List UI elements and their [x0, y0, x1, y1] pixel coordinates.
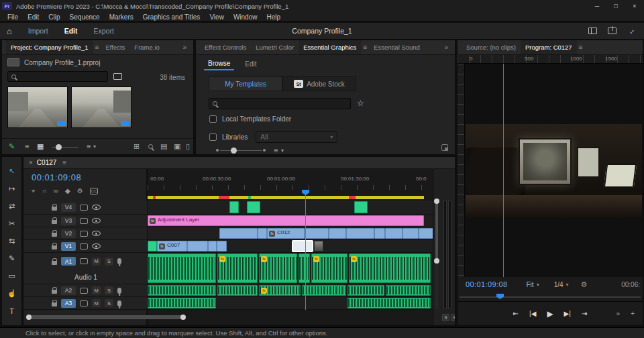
- track-v2[interactable]: fxC012: [148, 227, 433, 240]
- lock-icon[interactable]: [52, 290, 57, 294]
- timeline-clip[interactable]: [346, 228, 374, 239]
- work-area-bar[interactable]: [148, 196, 424, 199]
- lock-icon[interactable]: [52, 245, 57, 249]
- close-button[interactable]: ×: [625, 0, 644, 12]
- minimize-button[interactable]: ─: [588, 0, 606, 12]
- play-icon[interactable]: ▶: [547, 309, 553, 319]
- mute-button[interactable]: M: [92, 299, 101, 307]
- track-badge-v4[interactable]: V4: [61, 203, 76, 212]
- sequence-tab[interactable]: C0127: [37, 159, 56, 166]
- step-back-icon[interactable]: |◀: [529, 310, 536, 317]
- tab-program-monitor[interactable]: Program: C0127: [521, 40, 577, 55]
- mute-button[interactable]: M: [92, 286, 101, 294]
- panel-overflow-icon[interactable]: »: [441, 44, 451, 51]
- audio-clip[interactable]: [347, 285, 384, 296]
- audio-clip[interactable]: [148, 285, 216, 296]
- workspace-tab-edit[interactable]: Edit: [56, 27, 86, 35]
- solo-button[interactable]: S: [451, 314, 455, 321]
- lock-icon[interactable]: [52, 233, 57, 237]
- workspace-tab-import[interactable]: Import: [20, 27, 56, 35]
- panel-menu-icon[interactable]: ≡: [60, 159, 68, 166]
- sync-lock-icon[interactable]: [80, 205, 88, 211]
- menu-view[interactable]: View: [205, 12, 229, 22]
- libraries-dropdown[interactable]: All ▾: [256, 131, 337, 143]
- timeline-clip[interactable]: [229, 201, 239, 213]
- filter-caret-icon[interactable]: ▾: [281, 148, 284, 154]
- track-badge-v3[interactable]: V3: [61, 217, 76, 225]
- sequence-marker[interactable]: [153, 196, 156, 199]
- solo-button[interactable]: S: [105, 258, 113, 266]
- razor-tool-icon[interactable]: ✂: [6, 219, 17, 229]
- snap-icon[interactable]: ∩: [42, 188, 47, 194]
- lock-icon[interactable]: [52, 302, 57, 306]
- track-header-v2[interactable]: V2: [23, 227, 147, 240]
- panel-overflow-icon[interactable]: »: [180, 44, 189, 51]
- type-tool-icon[interactable]: T: [6, 306, 17, 316]
- find-icon[interactable]: [148, 144, 153, 149]
- tab-essential-sound[interactable]: Essential Sound: [369, 40, 425, 55]
- subtab-edit[interactable]: Edit: [241, 58, 260, 70]
- audio-clip[interactable]: [148, 253, 216, 283]
- vertical-scrollbar-thumb[interactable]: [435, 201, 438, 261]
- slip-tool-icon[interactable]: ⇆: [6, 236, 17, 246]
- delete-icon[interactable]: ▯: [186, 143, 190, 150]
- workspaces-icon[interactable]: [588, 27, 597, 34]
- audio-clip[interactable]: [148, 298, 216, 308]
- hand-tool-icon[interactable]: ☝: [6, 288, 17, 298]
- solo-button[interactable]: S: [442, 314, 449, 321]
- timeline-clip[interactable]: [419, 228, 433, 239]
- audio-clip[interactable]: fx: [217, 253, 258, 283]
- track-header-v4[interactable]: V4: [23, 201, 147, 215]
- timeline-clip[interactable]: [402, 228, 419, 239]
- timeline-clip[interactable]: [305, 228, 329, 239]
- scale-slider-track[interactable]: [220, 150, 262, 151]
- monitor-scrubber[interactable]: [458, 292, 643, 301]
- track-header-v3[interactable]: V3: [23, 215, 147, 227]
- automate-to-sequence-icon[interactable]: ⊞: [133, 143, 140, 150]
- icon-view-icon[interactable]: ▦: [37, 143, 44, 150]
- sync-lock-icon[interactable]: [80, 243, 88, 249]
- more-buttons-icon[interactable]: »: [616, 310, 620, 317]
- clip-thumbnail[interactable]: [7, 87, 68, 128]
- timeline-clip[interactable]: [208, 241, 217, 251]
- track-header-a1[interactable]: A1 M S Audio 1: [23, 253, 147, 284]
- menu-clip[interactable]: Clip: [44, 12, 64, 22]
- sequence-marker[interactable]: [248, 196, 251, 199]
- button-editor-icon[interactable]: +: [631, 310, 635, 317]
- timeline-clip[interactable]: [217, 241, 227, 251]
- rectangle-tool-icon[interactable]: ▭: [6, 271, 17, 281]
- timeline-clip[interactable]: [219, 228, 258, 239]
- voiceover-mic-icon[interactable]: [117, 258, 121, 264]
- playhead-line[interactable]: [305, 194, 306, 310]
- panel-menu-icon[interactable]: ≡: [577, 44, 585, 51]
- timeline-settings-icon[interactable]: ⚙: [77, 188, 83, 194]
- timeline-clip[interactable]: [374, 228, 385, 239]
- fit-dropdown[interactable]: Fit ▾: [527, 281, 539, 288]
- new-item-icon[interactable]: ▣: [174, 143, 180, 150]
- toggle-output-icon[interactable]: [92, 218, 101, 223]
- tab-effect-controls[interactable]: Effect Controls: [200, 40, 251, 55]
- timeline-clip[interactable]: [258, 228, 267, 239]
- local-templates-checkbox[interactable]: [209, 115, 217, 123]
- audio-clip[interactable]: [217, 285, 258, 296]
- tab-essential-graphics[interactable]: Essential Graphics: [299, 40, 361, 55]
- voiceover-mic-icon[interactable]: [117, 300, 121, 306]
- tab-source-monitor[interactable]: Source: (no clips): [462, 40, 521, 55]
- track-v1[interactable]: fxC007: [148, 240, 433, 253]
- timeline-clip[interactable]: [187, 241, 208, 251]
- scrubber-playhead[interactable]: [496, 294, 504, 299]
- timeline-timecode[interactable]: 00:01:09:08: [32, 172, 81, 182]
- track-a3[interactable]: [148, 297, 433, 310]
- track-badge-v1[interactable]: V1: [61, 242, 76, 251]
- program-viewport[interactable]: [465, 64, 643, 277]
- mute-button[interactable]: M: [92, 258, 101, 266]
- playhead-head[interactable]: [302, 190, 309, 195]
- project-search-input[interactable]: [7, 71, 108, 82]
- voiceover-mic-icon[interactable]: [117, 288, 121, 294]
- scrubber-track[interactable]: [460, 296, 641, 298]
- list-view-icon[interactable]: ≡: [25, 143, 29, 150]
- sequence-marker[interactable]: [349, 196, 356, 199]
- menu-help[interactable]: Help: [262, 12, 285, 22]
- audio-clip[interactable]: [299, 253, 310, 283]
- audio-clip[interactable]: [386, 285, 431, 296]
